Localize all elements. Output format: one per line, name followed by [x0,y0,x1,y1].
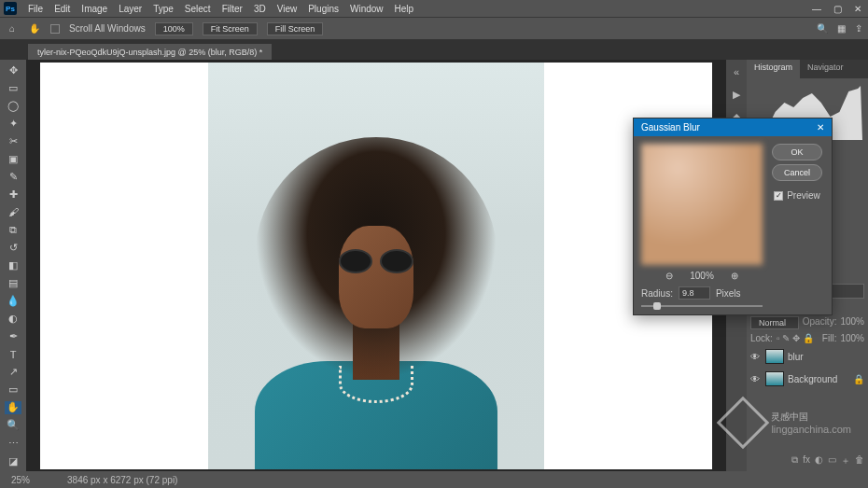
menu-view[interactable]: View [277,4,298,14]
history-brush-icon[interactable]: ↺ [5,241,21,254]
fx-icon[interactable]: fx [803,454,810,467]
pen-tool-icon[interactable]: ✒ [5,330,21,343]
preview-label: Preview [787,190,820,201]
status-dims: 3846 px x 6272 px (72 ppi) [67,475,177,485]
photo-content [208,63,544,469]
dialog-zoom-value: 100% [690,271,714,281]
radius-input[interactable] [679,286,710,300]
status-bar: 25% 3846 px x 6272 px (72 ppi) [0,471,868,488]
fit-screen-button[interactable]: Fit Screen [203,22,258,35]
ok-button[interactable]: OK [772,144,822,160]
eraser-tool-icon[interactable]: ◧ [5,259,21,272]
workspace-icon[interactable]: ▦ [837,23,846,34]
document-canvas [40,63,712,469]
new-group-icon[interactable]: ▭ [828,454,836,467]
close-icon[interactable]: ✕ [817,122,824,132]
type-tool-icon[interactable]: T [5,348,21,361]
cancel-button[interactable]: Cancel [772,164,822,181]
zoom-level-select[interactable]: 100% [155,22,193,35]
radius-unit: Pixels [716,288,741,299]
new-layer-icon[interactable]: ＋ [841,454,850,467]
menu-select[interactable]: Select [185,4,211,14]
lock-icon: 🔒 [853,374,864,384]
gaussian-blur-dialog: Gaussian Blur ✕ ⊖ 100% ⊕ Radius: Pixels … [633,118,833,315]
marquee-tool-icon[interactable]: ▭ [5,81,21,94]
menu-bar: Ps File Edit Image Layer Type Select Fil… [0,0,868,17]
fill-screen-button[interactable]: Fill Screen [267,22,324,35]
document-tab[interactable]: tyler-nix-PQeoQdkU9jQ-unsplash.jpg @ 25%… [28,44,272,60]
home-icon[interactable]: ⌂ [6,22,19,35]
tools-panel: ✥ ▭ ◯ ✦ ✂ ▣ ✎ ✚ 🖌 ⧉ ↺ ◧ ▤ 💧 ◐ ✒ T ↗ ▭ ✋ … [0,60,26,471]
window-close-icon[interactable]: ✕ [851,4,864,14]
lock-icons[interactable]: ▫ ✎ ✥ 🔒 [777,333,814,343]
hand-tool-icon[interactable]: ✋ [28,22,41,35]
crop-tool-icon[interactable]: ✂ [5,134,21,147]
blur-tool-icon[interactable]: 💧 [5,295,21,308]
move-tool-icon[interactable]: ✥ [5,63,21,77]
search-icon[interactable]: 🔍 [817,23,828,34]
dodge-tool-icon[interactable]: ◐ [5,313,21,326]
zoom-out-icon[interactable]: ⊖ [665,271,673,281]
frame-tool-icon[interactable]: ▣ [5,152,21,165]
status-zoom[interactable]: 25% [11,475,30,485]
delete-icon[interactable]: 🗑 [855,454,864,467]
zoom-in-icon[interactable]: ⊕ [731,271,738,281]
layer-row[interactable]: 👁 blur [750,347,864,366]
menu-plugins[interactable]: Plugins [308,4,339,14]
radius-slider[interactable] [641,305,763,307]
lock-label: Lock: [750,333,773,343]
layer-row[interactable]: 👁 Background 🔒 [750,369,864,388]
layer-name[interactable]: Background [788,374,837,384]
scroll-all-checkbox[interactable] [50,24,60,34]
scroll-all-label: Scroll All Windows [69,23,146,34]
collapse-icon[interactable]: « [730,65,743,78]
ps-logo: Ps [4,2,17,15]
menu-image[interactable]: Image [81,4,107,14]
layer-thumbnail [765,349,784,364]
link-icon[interactable]: ⧉ [791,454,798,467]
eyedropper-tool-icon[interactable]: ✎ [5,170,21,183]
menu-help[interactable]: Help [395,4,414,14]
heal-tool-icon[interactable]: ✚ [5,188,21,201]
menu-layer[interactable]: Layer [119,4,142,14]
dialog-title: Gaussian Blur [641,122,700,132]
document-tabs: tyler-nix-PQeoQdkU9jQ-unsplash.jpg @ 25%… [0,39,868,60]
tab-navigator[interactable]: Navigator [800,60,851,78]
window-minimize-icon[interactable]: — [810,4,823,14]
options-bar: ⌂ ✋ Scroll All Windows 100% Fit Screen F… [0,17,868,39]
menu-edit[interactable]: Edit [54,4,70,14]
window-restore-icon[interactable]: ▢ [831,4,844,14]
menu-window[interactable]: Window [350,4,384,14]
gradient-tool-icon[interactable]: ▤ [5,277,21,290]
wand-tool-icon[interactable]: ✦ [5,117,21,130]
shape-tool-icon[interactable]: ▭ [5,383,21,397]
visibility-icon[interactable]: 👁 [750,352,762,362]
mask-icon[interactable]: ◐ [815,454,823,467]
visibility-icon[interactable]: 👁 [750,374,762,384]
menu-3d[interactable]: 3D [254,4,266,14]
dialog-preview-image[interactable] [641,144,763,265]
hand-tool-icon[interactable]: ✋ [5,401,21,414]
path-tool-icon[interactable]: ↗ [5,366,21,379]
stamp-tool-icon[interactable]: ⧉ [5,223,21,236]
opacity-label: Opacity: [803,316,837,329]
color-swatch-icon[interactable]: ◪ [5,454,21,467]
opacity-value[interactable]: 100% [840,316,864,329]
lasso-tool-icon[interactable]: ◯ [5,99,21,112]
menu-file[interactable]: File [28,4,43,14]
tab-histogram[interactable]: Histogram [747,60,800,78]
share-icon[interactable]: ⇪ [855,23,862,34]
play-icon[interactable]: ▶ [730,88,743,101]
blend-mode-select[interactable]: Normal [750,316,799,329]
fill-label: Fill: [822,333,837,343]
layer-thumbnail [765,371,784,386]
canvas-area[interactable] [26,60,726,471]
layer-name[interactable]: blur [788,352,804,362]
fill-value[interactable]: 100% [840,333,864,343]
menu-type[interactable]: Type [153,4,174,14]
edit-toolbar-icon[interactable]: ⋯ [5,437,21,450]
preview-checkbox[interactable]: ✓ [774,191,783,201]
zoom-tool-icon[interactable]: 🔍 [5,419,21,432]
menu-filter[interactable]: Filter [222,4,243,14]
brush-tool-icon[interactable]: 🖌 [5,205,21,218]
